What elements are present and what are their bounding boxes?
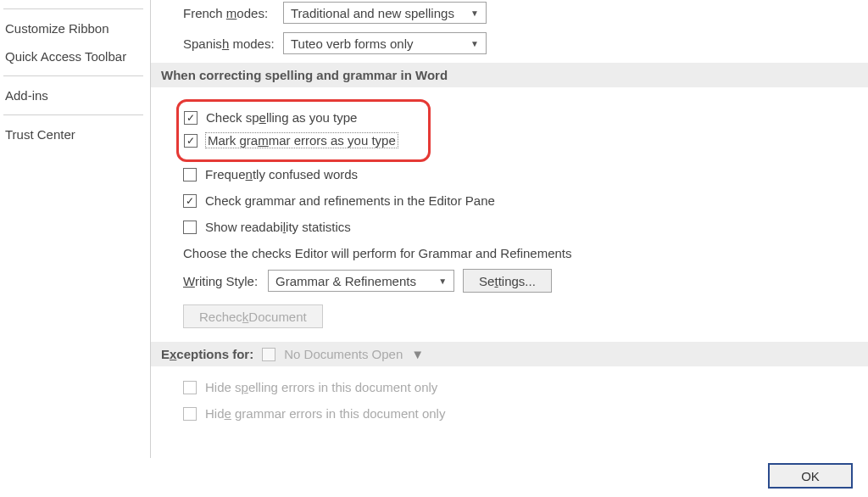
french-modes-dropdown[interactable]: Traditional and new spellings ▼ [283, 2, 487, 24]
hide-spelling-row: Hide spelling errors in this document on… [183, 380, 868, 394]
footer: OK [768, 463, 853, 489]
sidebar-item-add-ins[interactable]: Add-ins [0, 81, 150, 109]
french-modes-row: French modes: Traditional and new spelli… [183, 2, 868, 24]
spanish-modes-label: Spanish modes: [183, 36, 283, 51]
checkbox-hide-grammar [183, 407, 197, 421]
checkbox-frequently-confused[interactable] [183, 168, 197, 181]
sidebar-item-quick-access-toolbar[interactable]: Quick Access Toolbar [0, 42, 150, 70]
mark-grammar-row[interactable]: ✓ Mark grammar errors as you type [184, 133, 420, 148]
chevron-down-icon: ▼ [411, 347, 424, 361]
chevron-down-icon: ▼ [470, 8, 479, 18]
sidebar-item-trust-center[interactable]: Trust Center [0, 120, 150, 148]
spanish-modes-dropdown[interactable]: Tuteo verb forms only ▼ [283, 32, 487, 54]
section-header-correcting: When correcting spelling and grammar in … [151, 63, 868, 87]
checkbox-grammar-editor[interactable]: ✓ [183, 194, 197, 208]
mark-grammar-label: Mark grammar errors as you type [206, 133, 398, 148]
exceptions-header: Exceptions for: No Documents Open ▼ [151, 342, 868, 366]
hide-grammar-row: Hide grammar errors in this document onl… [183, 406, 868, 421]
french-modes-value: Traditional and new spellings [291, 6, 454, 20]
writing-style-value: Grammar & Refinements [275, 274, 416, 288]
sidebar-divider [3, 8, 143, 9]
checkbox-check-spelling[interactable]: ✓ [184, 111, 198, 125]
frequently-confused-row[interactable]: Frequently confused words [183, 167, 868, 181]
frequently-confused-label: Frequently confused words [205, 167, 358, 181]
hide-spelling-label: Hide spelling errors in this document on… [205, 380, 437, 394]
sidebar-item-customize-ribbon[interactable]: Customize Ribbon [0, 14, 150, 42]
settings-button[interactable]: Settings... [463, 269, 552, 293]
choose-checks-text: Choose the checks Editor will perform fo… [183, 246, 868, 260]
sidebar-divider [3, 75, 143, 76]
sidebar-divider [3, 114, 143, 115]
exceptions-title: Exceptions for: [161, 347, 253, 361]
chevron-down-icon: ▼ [438, 276, 447, 286]
chevron-down-icon: ▼ [470, 39, 479, 48]
check-spelling-row[interactable]: ✓ Check spelling as you type [184, 110, 420, 125]
writing-style-label: Writing Style: [183, 274, 258, 288]
sidebar: Customize Ribbon Quick Access Toolbar Ad… [0, 0, 151, 458]
main-panel: French modes: Traditional and new spelli… [151, 0, 868, 458]
check-spelling-label: Check spelling as you type [206, 110, 357, 125]
highlight-box: ✓ Check spelling as you type ✓ Mark gram… [176, 99, 431, 162]
spanish-modes-row: Spanish modes: Tuteo verb forms only ▼ [183, 32, 868, 54]
readability-label: Show readability statistics [205, 220, 351, 234]
check-grammar-editor-row[interactable]: ✓ Check grammar and refinements in the E… [183, 193, 868, 208]
exceptions-dropdown[interactable]: No Documents Open ▼ [284, 347, 424, 361]
recheck-document-button: Recheck Document [183, 304, 323, 328]
exceptions-value: No Documents Open [284, 347, 403, 361]
checkbox-readability[interactable] [183, 221, 197, 234]
readability-row[interactable]: Show readability statistics [183, 220, 868, 234]
spanish-modes-value: Tuteo verb forms only [291, 36, 414, 51]
hide-grammar-label: Hide grammar errors in this document onl… [205, 406, 445, 421]
check-grammar-editor-label: Check grammar and refinements in the Edi… [205, 193, 495, 208]
french-modes-label: French modes: [183, 6, 283, 20]
checkbox-mark-grammar[interactable]: ✓ [184, 134, 198, 148]
checkbox-hide-spelling [183, 381, 197, 394]
ok-button[interactable]: OK [768, 463, 853, 489]
document-icon [262, 348, 275, 361]
writing-style-row: Writing Style: Grammar & Refinements ▼ S… [183, 269, 868, 293]
writing-style-dropdown[interactable]: Grammar & Refinements ▼ [268, 270, 454, 292]
